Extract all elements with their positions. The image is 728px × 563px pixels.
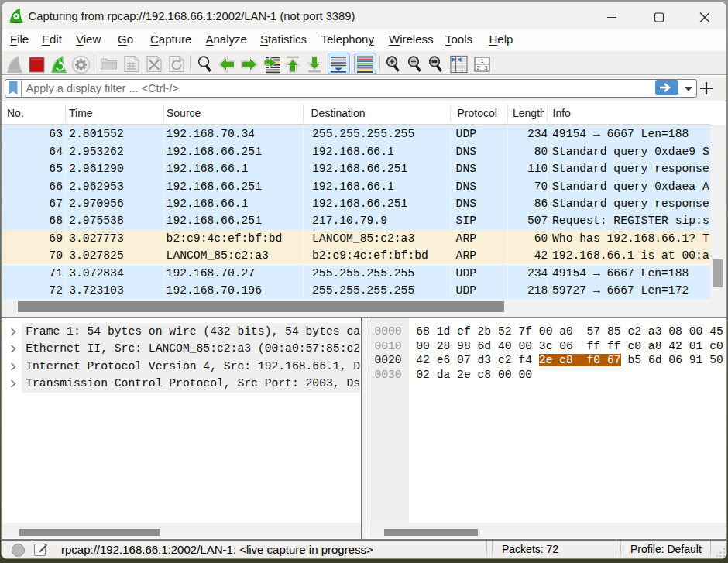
svg-text:1: 1	[480, 57, 483, 64]
svg-text:2: 2	[477, 64, 480, 71]
svg-text:3: 3	[484, 64, 487, 71]
